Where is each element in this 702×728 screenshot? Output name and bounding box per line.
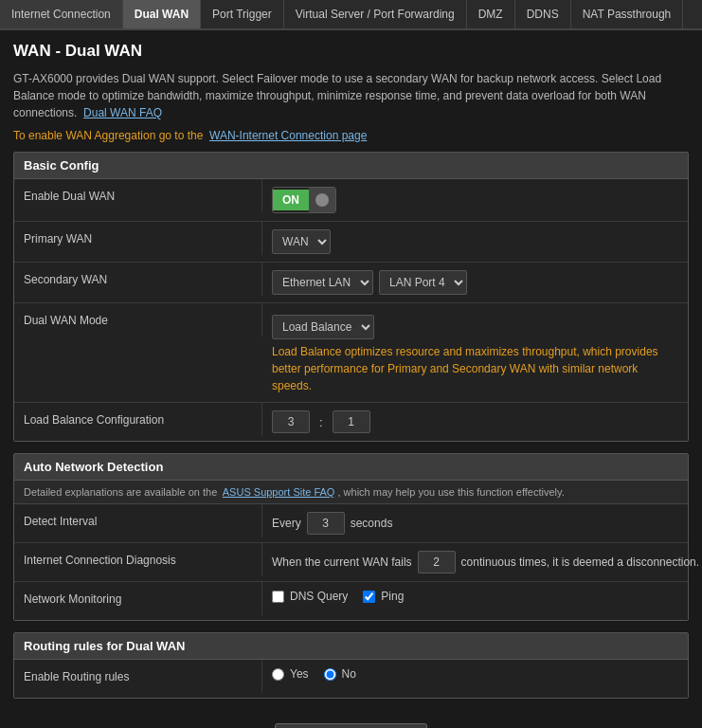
- icd-row: Internet Connection Diagnosis When the c…: [14, 543, 688, 582]
- enable-dual-wan-label: Enable Dual WAN: [14, 179, 262, 212]
- yes-radio[interactable]: [272, 668, 284, 681]
- detect-interval-controls: Every seconds: [272, 512, 392, 535]
- tab-ddns[interactable]: DDNS: [515, 0, 571, 28]
- tab-nat-passthrough[interactable]: NAT Passthrough: [571, 0, 684, 28]
- enable-routing-value: Yes No: [262, 660, 688, 688]
- icd-controls: When the current WAN fails continuous ti…: [272, 551, 699, 573]
- detect-interval-input[interactable]: [307, 512, 345, 535]
- lb-config-row: Load Balance Configuration :: [14, 403, 688, 441]
- aggregation-note: To enable WAN Aggregation go to the WAN-…: [13, 129, 689, 142]
- enable-dual-wan-row: Enable Dual WAN ON: [14, 179, 688, 222]
- ping-checkbox[interactable]: [363, 591, 375, 603]
- icd-suffix: continuous times, it is deemed a disconn…: [461, 555, 699, 569]
- no-radio[interactable]: [324, 668, 336, 681]
- lb-description: Load Balance optimizes resource and maxi…: [272, 343, 678, 394]
- yes-radio-label[interactable]: Yes: [272, 667, 309, 681]
- icd-value: When the current WAN fails continuous ti…: [262, 543, 702, 581]
- enable-routing-label: Enable Routing rules: [14, 660, 262, 693]
- tab-bar: Internet Connection Dual WAN Port Trigge…: [0, 0, 702, 30]
- dual-wan-mode-row: Dual WAN Mode Load Balance Failover Load…: [14, 303, 688, 403]
- dual-wan-toggle[interactable]: ON: [272, 187, 336, 213]
- icd-input[interactable]: [418, 551, 456, 573]
- dual-wan-mode-label: Dual WAN Mode: [14, 303, 262, 337]
- basic-config-header: Basic Config: [14, 153, 688, 179]
- auto-network-header: Auto Network Detection: [14, 454, 688, 481]
- network-monitoring-row: Network Monitoring DNS Query Ping: [14, 582, 688, 620]
- enable-dual-wan-value: ON: [262, 179, 688, 221]
- asus-support-faq-link[interactable]: ASUS Support Site FAQ: [223, 486, 335, 498]
- lb-value1-input[interactable]: [272, 410, 310, 433]
- detect-interval-label: Detect Interval: [14, 504, 262, 537]
- primary-wan-select[interactable]: WAN USB: [272, 229, 331, 254]
- auto-network-section: Auto Network Detection Detailed explanat…: [13, 453, 689, 621]
- dns-query-label-text: DNS Query: [290, 590, 348, 603]
- icd-label: Internet Connection Diagnosis: [14, 543, 262, 576]
- page-description: GT-AX6000 provides Dual WAN support. Sel…: [13, 70, 689, 121]
- secondary-wan-label: Secondary WAN: [14, 263, 262, 296]
- detect-interval-value: Every seconds: [262, 504, 688, 542]
- dns-query-checkbox[interactable]: [272, 591, 284, 603]
- no-label-text: No: [342, 667, 356, 681]
- tab-virtual-server[interactable]: Virtual Server / Port Forwarding: [284, 0, 467, 28]
- basic-config-section: Basic Config Enable Dual WAN ON Primary …: [13, 152, 689, 442]
- tab-dual-wan[interactable]: Dual WAN: [123, 0, 201, 28]
- lb-config-value: :: [262, 403, 688, 441]
- ping-checkbox-label[interactable]: Ping: [363, 590, 404, 603]
- toggle-slider: [309, 188, 335, 212]
- apply-area: Apply: [13, 710, 689, 728]
- page-title: WAN - Dual WAN: [13, 42, 689, 61]
- tab-port-trigger[interactable]: Port Trigger: [201, 0, 284, 28]
- dns-query-checkbox-label[interactable]: DNS Query: [272, 590, 348, 603]
- network-monitoring-value: DNS Query Ping: [262, 582, 688, 610]
- primary-wan-value: WAN USB: [262, 222, 688, 262]
- dual-wan-mode-select[interactable]: Load Balance Failover: [272, 315, 374, 339]
- auto-network-subdesc: Detailed explanations are available on t…: [14, 481, 688, 504]
- page-content: WAN - Dual WAN GT-AX6000 provides Dual W…: [0, 30, 702, 728]
- primary-wan-label: Primary WAN: [14, 222, 262, 255]
- network-monitoring-label: Network Monitoring: [14, 582, 262, 615]
- dual-wan-mode-value: Load Balance Failover Load Balance optim…: [262, 303, 688, 402]
- wan-internet-connection-link[interactable]: WAN-Internet Connection page: [209, 129, 367, 142]
- yes-label-text: Yes: [290, 667, 309, 681]
- primary-wan-row: Primary WAN WAN USB: [14, 222, 688, 263]
- dual-wan-faq-link[interactable]: Dual WAN FAQ: [83, 106, 162, 119]
- lb-value2-input[interactable]: [333, 410, 370, 433]
- detect-interval-suffix: seconds: [351, 517, 393, 530]
- apply-button[interactable]: Apply: [275, 723, 427, 728]
- lb-colon: :: [319, 415, 323, 429]
- detect-interval-row: Detect Interval Every seconds: [14, 504, 688, 543]
- icd-prefix: When the current WAN fails: [272, 555, 412, 569]
- routing-rules-section: Routing rules for Dual WAN Enable Routin…: [13, 632, 689, 699]
- tab-internet-connection[interactable]: Internet Connection: [0, 0, 123, 28]
- secondary-wan-row: Secondary WAN Ethernet LAN USB LAN Port …: [14, 263, 688, 303]
- enable-routing-row: Enable Routing rules Yes No: [14, 660, 688, 698]
- routing-rules-header: Routing rules for Dual WAN: [14, 633, 688, 660]
- no-radio-label[interactable]: No: [324, 667, 356, 681]
- lb-config-label: Load Balance Configuration: [14, 403, 262, 436]
- secondary-wan-type-select[interactable]: Ethernet LAN USB: [272, 270, 373, 295]
- ping-label-text: Ping: [381, 590, 404, 603]
- secondary-wan-value: Ethernet LAN USB LAN Port 1 LAN Port 2 L…: [262, 263, 688, 302]
- tab-dmz[interactable]: DMZ: [467, 0, 515, 28]
- detect-interval-prefix: Every: [272, 517, 301, 530]
- toggle-on-text: ON: [273, 190, 309, 210]
- secondary-wan-port-select[interactable]: LAN Port 1 LAN Port 2 LAN Port 3 LAN Por…: [379, 270, 467, 295]
